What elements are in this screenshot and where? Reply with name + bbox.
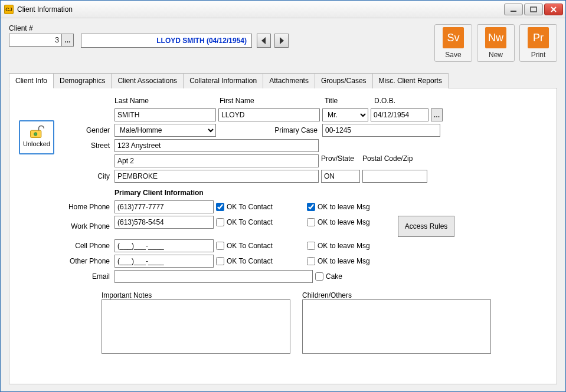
svg-rect-1 — [531, 7, 536, 12]
other-phone-label: Other Phone — [63, 257, 111, 265]
dob-header: D.O.B. — [374, 97, 445, 105]
lock-toggle[interactable]: Unlocked — [19, 120, 54, 154]
tab-groups-cases[interactable]: Groups/Cases — [315, 73, 373, 88]
prov-state-label: Prov/State — [321, 154, 360, 167]
tabstrip: Client Info Demographics Client Associat… — [9, 73, 557, 88]
prov-state-input[interactable] — [321, 170, 360, 183]
primary-case-label: Primary Case — [218, 126, 320, 134]
home-phone-label: Home Phone — [63, 203, 111, 211]
email-label: Email — [63, 272, 111, 281]
tab-attachments[interactable]: Attachments — [263, 73, 315, 88]
first-name-header: First Name — [220, 97, 321, 105]
title-header: Title — [325, 97, 371, 105]
children-others-label: Children/Others — [302, 291, 491, 299]
last-name-header: Last Name — [114, 97, 216, 105]
client-number-label: Client # — [9, 24, 74, 32]
tab-collateral-information[interactable]: Collateral Information — [183, 73, 263, 88]
postal-zip-label: Postal Code/Zip — [362, 154, 427, 167]
tab-client-associations[interactable]: Client Associations — [111, 73, 184, 88]
tab-client-info[interactable]: Client Info — [9, 73, 54, 88]
save-button[interactable]: Sv Save — [434, 24, 472, 62]
tab-misc-client-reports[interactable]: Misc. Client Reports — [372, 73, 449, 88]
app-icon: CJ — [4, 5, 14, 14]
important-notes-label: Important Notes — [102, 291, 290, 299]
work-phone-input[interactable] — [114, 216, 214, 229]
print-button[interactable]: Pr Print — [519, 24, 557, 62]
save-icon: Sv — [443, 27, 464, 48]
work-ok-contact-checkbox[interactable] — [216, 218, 224, 226]
next-client-button[interactable] — [274, 34, 289, 48]
street-label: Street — [63, 141, 111, 150]
cell-ok-msg-checkbox[interactable] — [307, 242, 315, 250]
cell-phone-label: Cell Phone — [63, 242, 111, 250]
work-ok-msg-checkbox[interactable] — [307, 218, 315, 226]
cake-checkbox[interactable] — [315, 272, 323, 281]
cell-phone-input[interactable] — [114, 239, 214, 252]
work-phone-label: Work Phone — [63, 222, 111, 230]
postal-zip-input[interactable] — [362, 170, 427, 183]
city-input[interactable] — [114, 170, 319, 183]
client-banner: LLOYD SMITH (04/12/1954) — [81, 34, 252, 48]
important-notes-textarea[interactable] — [102, 299, 290, 354]
access-rules-button[interactable]: Access Rules — [398, 216, 454, 237]
other-ok-contact-checkbox[interactable] — [216, 257, 224, 265]
other-ok-msg-checkbox[interactable] — [307, 257, 315, 265]
city-label: City — [63, 172, 111, 180]
street2-input[interactable] — [114, 154, 319, 167]
tab-demographics[interactable]: Demographics — [53, 73, 112, 88]
dob-input[interactable] — [371, 108, 428, 121]
client-number-input[interactable] — [9, 34, 62, 47]
gender-select[interactable]: Male/Homme — [114, 124, 216, 137]
tab-panel-client-info: Unlocked Last Name First Name Title D.O.… — [9, 88, 557, 384]
primary-case-input[interactable] — [322, 124, 440, 137]
last-name-input[interactable] — [114, 108, 216, 121]
minimize-button[interactable] — [504, 4, 523, 15]
window-title: Client Information — [17, 5, 504, 14]
primary-client-info-heading: Primary Client Information — [114, 189, 523, 197]
client-number-lookup-button[interactable]: … — [62, 34, 74, 47]
email-input[interactable] — [114, 270, 313, 283]
svg-point-2 — [34, 133, 37, 136]
gender-label: Gender — [63, 126, 111, 134]
close-button[interactable] — [544, 4, 563, 15]
svg-rect-0 — [511, 11, 516, 12]
children-others-textarea[interactable] — [302, 299, 491, 354]
print-icon: Pr — [528, 27, 549, 48]
maximize-button[interactable] — [524, 4, 543, 15]
dob-picker-button[interactable]: … — [431, 108, 443, 121]
home-phone-input[interactable] — [114, 200, 214, 213]
cell-ok-contact-checkbox[interactable] — [216, 242, 224, 250]
street1-input[interactable] — [114, 139, 319, 152]
first-name-input[interactable] — [218, 108, 320, 121]
titlebar: CJ Client Information — [1, 1, 565, 18]
client-information-window: CJ Client Information Client # … — [0, 0, 566, 392]
title-select[interactable]: Mr. — [322, 108, 368, 121]
lock-label: Unlocked — [23, 140, 50, 147]
other-phone-input[interactable] — [114, 255, 214, 268]
new-icon: Nw — [485, 27, 506, 48]
new-button[interactable]: Nw New — [477, 24, 515, 62]
home-ok-msg-checkbox[interactable] — [307, 203, 315, 211]
home-ok-contact-checkbox[interactable] — [216, 203, 224, 211]
unlocked-icon — [28, 124, 45, 139]
prev-client-button[interactable] — [257, 34, 271, 48]
